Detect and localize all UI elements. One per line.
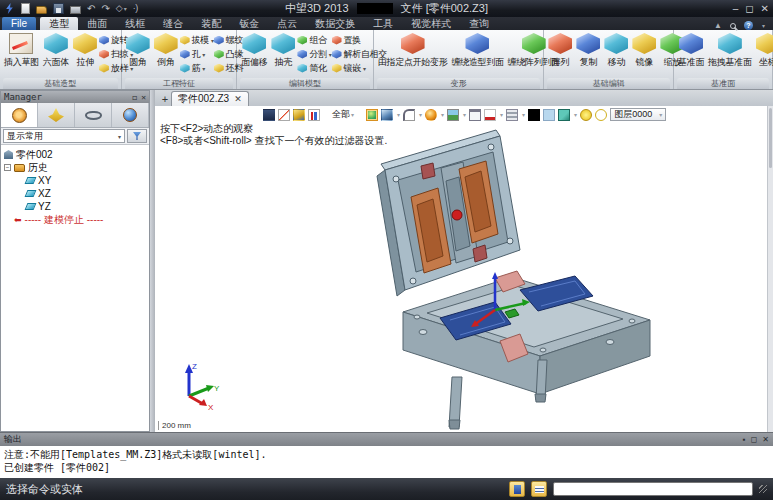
- face-offset-button[interactable]: 面偏移: [239, 31, 269, 77]
- tab-pointcloud[interactable]: 点云: [268, 17, 306, 30]
- draft-icon: [180, 36, 190, 45]
- drag-datum-button[interactable]: 拖拽基准面: [706, 31, 754, 77]
- tree-plane-yz[interactable]: YZ: [4, 200, 149, 213]
- copy-button[interactable]: 复制: [574, 31, 602, 77]
- regen-icon[interactable]: ◇▾: [116, 3, 127, 15]
- command-list-icon: [535, 486, 544, 493]
- help-icon[interactable]: ?: [744, 21, 753, 30]
- ribbon-group-edit-model: 面偏移 抽壳 组合 分割▾ 简化 置换 解析自相交 镶嵌▾ 编辑模型: [237, 30, 374, 89]
- manager-close-button[interactable]: ✕: [141, 93, 146, 102]
- redo-icon[interactable]: ↷: [101, 3, 109, 14]
- manager-title: Manager: [4, 92, 42, 102]
- chamfer-button[interactable]: 倒角: [152, 31, 180, 77]
- tab-dataexchange[interactable]: 数据交换: [306, 17, 364, 30]
- help-dropdown-icon[interactable]: ▾: [762, 22, 765, 29]
- search-icon[interactable]: [730, 23, 736, 29]
- tab-assembly[interactable]: 装配: [192, 17, 230, 30]
- mold-model-3d[interactable]: [155, 106, 773, 432]
- tree-history-item[interactable]: − 历史: [4, 161, 149, 174]
- maximize-button[interactable]: ◻: [745, 3, 753, 14]
- tree-plane-xz[interactable]: XZ: [4, 187, 149, 200]
- new-file-icon[interactable]: [21, 3, 30, 14]
- rib-button[interactable]: 筋▾: [180, 62, 214, 74]
- simplify-button[interactable]: 简化: [297, 62, 331, 74]
- tree-plane-xy[interactable]: XY: [4, 174, 149, 187]
- manager-tab-view[interactable]: [112, 103, 149, 127]
- viewport-3d[interactable]: 全部▾ ▾ ▾ ▾ ▾ ▾ ▾ ▾ 图层0000 ▾: [155, 106, 773, 432]
- display-filter-dropdown[interactable]: 显示常用 ▾: [3, 129, 125, 143]
- group-title: 基准面: [677, 78, 769, 89]
- plane-icon: [25, 177, 37, 184]
- document-tab-bar: + 零件002.Z3 ✕: [155, 90, 773, 106]
- draft-button[interactable]: 拔模▾: [180, 34, 214, 46]
- tab-visualstyle[interactable]: 视觉样式: [402, 17, 460, 30]
- status-bar: 选择命令或实体: [0, 478, 773, 500]
- glasses-icon: [85, 111, 102, 120]
- manager-tabs: [1, 103, 149, 128]
- manager-tab-roles[interactable]: [38, 103, 75, 127]
- folder-icon: [14, 164, 25, 172]
- input-point-icon[interactable]: ∙): [133, 3, 139, 14]
- print-icon[interactable]: [70, 6, 81, 14]
- manager-tab-visibility[interactable]: [75, 103, 112, 127]
- mirror-button[interactable]: 镜像: [630, 31, 658, 77]
- insert-sketch-button[interactable]: 插入草图: [2, 31, 41, 77]
- combine-button[interactable]: 组合: [297, 34, 331, 46]
- tab-wireframe[interactable]: 线框: [116, 17, 154, 30]
- combine-icon: [297, 36, 307, 45]
- output-pin-button[interactable]: ▪: [743, 435, 746, 444]
- box-button[interactable]: 六面体: [41, 31, 71, 77]
- close-button[interactable]: ✕: [761, 3, 769, 14]
- hole-button[interactable]: 孔▾: [180, 48, 214, 60]
- command-input[interactable]: [553, 482, 753, 496]
- new-tab-button[interactable]: +: [159, 92, 171, 106]
- loft-icon: [99, 64, 109, 73]
- extrude-button[interactable]: 拉伸: [71, 31, 99, 77]
- tree-root-item[interactable]: 零件002: [4, 148, 149, 161]
- chamfer-icon: [154, 33, 178, 54]
- output-close-button[interactable]: ✕: [762, 435, 769, 444]
- input-options-icon: [514, 485, 521, 494]
- tree-stop-marker[interactable]: ⬅ ----- 建模停止 -----: [4, 213, 149, 226]
- command-list-button[interactable]: [531, 481, 547, 497]
- fillet-button[interactable]: 圆角: [124, 31, 152, 77]
- undo-icon[interactable]: ↶: [87, 3, 95, 14]
- tab-shape[interactable]: 造型: [40, 17, 78, 30]
- divide-button[interactable]: 分割▾: [297, 48, 331, 60]
- tab-surface[interactable]: 曲面: [78, 17, 116, 30]
- tab-sheetmetal[interactable]: 钣金: [230, 17, 268, 30]
- collapse-expander[interactable]: −: [4, 164, 11, 171]
- redacted-text: [357, 3, 393, 14]
- csys-button[interactable]: 坐标: [754, 31, 773, 77]
- tab-file[interactable]: File: [2, 17, 36, 30]
- open-file-icon[interactable]: [36, 6, 47, 14]
- move-button[interactable]: 移动: [602, 31, 630, 77]
- manager-tab-history[interactable]: [1, 103, 38, 127]
- output-float-button[interactable]: ◻: [751, 435, 758, 444]
- ribbon-group-basic-shape: 插入草图 六面体 拉伸 旋转▾ 扫掠▾ 放样▾ 基础造型: [0, 30, 122, 89]
- shell-button[interactable]: 抽壳: [269, 31, 297, 77]
- copy-icon: [576, 33, 600, 54]
- filter-button[interactable]: [127, 129, 147, 143]
- pattern-button[interactable]: 阵列: [546, 31, 574, 77]
- sphere-icon: [123, 108, 137, 122]
- axis-z-label: Z: [192, 362, 197, 371]
- manager-float-button[interactable]: ◻: [132, 93, 137, 102]
- thread-icon: [214, 36, 224, 45]
- tab-tools[interactable]: 工具: [364, 17, 402, 30]
- resize-grip-icon[interactable]: [759, 485, 767, 493]
- minimize-button[interactable]: –: [733, 3, 739, 14]
- tab-inquire[interactable]: 查询: [460, 17, 498, 30]
- button-label: 插入草图: [4, 56, 39, 69]
- group-title: 工程特征: [125, 78, 234, 89]
- wrap-shape-to-face-button[interactable]: 缠绕造型到面: [449, 31, 505, 77]
- document-tab[interactable]: 零件002.Z3 ✕: [171, 91, 249, 106]
- morph-from-point-button[interactable]: 由指定点开始变形: [376, 31, 450, 77]
- input-options-button[interactable]: [509, 481, 525, 497]
- collapse-ribbon-icon[interactable]: ▲: [714, 21, 722, 30]
- viewport-scrollbar[interactable]: [767, 106, 773, 432]
- group-title: 基础造型: [3, 78, 118, 89]
- save-icon[interactable]: [53, 3, 64, 14]
- tab-sew[interactable]: 缝合: [154, 17, 192, 30]
- tab-close-icon[interactable]: ✕: [234, 94, 242, 104]
